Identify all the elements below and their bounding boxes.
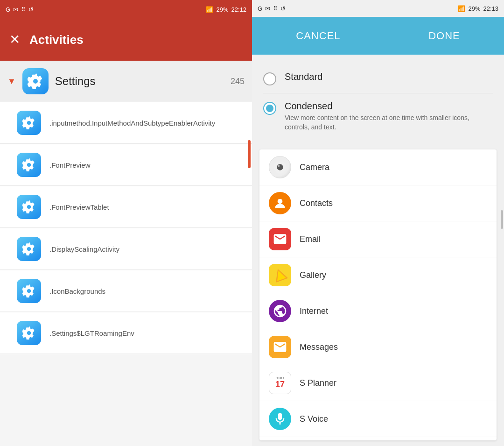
activities-list: .inputmethod.InputMethodAndSubtypeEnable… bbox=[0, 102, 252, 446]
chevron-down-icon: ▼ bbox=[7, 77, 16, 86]
activity-icon-0 bbox=[17, 111, 41, 135]
mail-icon-right: ✉ bbox=[265, 5, 270, 12]
mail-icon: ✉ bbox=[13, 6, 18, 13]
activity-icon-3 bbox=[17, 237, 41, 261]
list-item[interactable]: Messages bbox=[259, 329, 497, 365]
g-icon-right: G bbox=[258, 5, 262, 12]
activity-name-3: .DisplayScalingActivity bbox=[49, 245, 119, 253]
activity-icon-2 bbox=[17, 195, 41, 219]
dots-icon-right: ⠿ bbox=[273, 5, 278, 12]
g-icon: G bbox=[6, 6, 10, 13]
activity-icon-1 bbox=[17, 153, 41, 177]
refresh-icon-right: ↺ bbox=[280, 5, 286, 12]
gallery-icon bbox=[269, 264, 291, 286]
settings-icon-large bbox=[22, 68, 49, 94]
app-name-messages: Messages bbox=[300, 342, 338, 352]
status-bar-left: G ✉ ⠿ ↺ 📶 29% 22:12 bbox=[0, 0, 252, 19]
close-button[interactable]: ✕ bbox=[9, 33, 20, 46]
svoice-icon bbox=[269, 408, 291, 430]
battery-right: 29% bbox=[468, 5, 480, 12]
wifi-icon-right: 📶 bbox=[458, 5, 465, 12]
activity-name-1: .FontPreview bbox=[49, 161, 91, 169]
messages-icon bbox=[269, 336, 291, 358]
splanner-icon: THU 17 bbox=[269, 372, 291, 394]
action-bar: CANCEL DONE bbox=[252, 17, 504, 55]
activity-name-0: .inputmethod.InputMethodAndSubtypeEnable… bbox=[49, 119, 215, 127]
list-item[interactable]: .FontPreviewTablet bbox=[0, 186, 252, 228]
app-name-internet: Internet bbox=[300, 306, 328, 316]
list-item[interactable]: S Voice bbox=[259, 401, 497, 437]
activity-name-4: .IconBackgrounds bbox=[49, 287, 105, 295]
contacts-icon bbox=[269, 192, 291, 214]
done-button[interactable]: DONE bbox=[414, 25, 474, 47]
condensed-desc: View more content on the screen at one t… bbox=[285, 113, 493, 132]
app-name-contacts: Contacts bbox=[300, 198, 333, 208]
list-item[interactable]: Contacts bbox=[259, 185, 497, 221]
cancel-button[interactable]: CANCEL bbox=[282, 25, 354, 47]
camera-icon bbox=[269, 156, 291, 178]
activity-name-2: .FontPreviewTablet bbox=[49, 203, 109, 211]
list-item[interactable]: Internet bbox=[259, 293, 497, 329]
refresh-icon: ↺ bbox=[28, 6, 34, 13]
app-name-camera: Camera bbox=[300, 163, 329, 172]
radio-inner bbox=[266, 105, 273, 112]
list-item[interactable]: Email bbox=[259, 221, 497, 257]
right-panel: G ✉ ⠿ ↺ 📶 29% 22:13 CANCEL DONE Standard bbox=[252, 0, 504, 446]
battery-left: 29% bbox=[216, 6, 228, 13]
status-icons-right: G ✉ ⠿ ↺ bbox=[258, 5, 286, 12]
list-item[interactable]: .DisplayScalingActivity bbox=[0, 228, 252, 270]
list-item[interactable]: .Settings$LGTRoamingEnv bbox=[0, 312, 252, 354]
list-item[interactable]: Gallery bbox=[259, 257, 497, 293]
list-item[interactable]: .inputmethod.InputMethodAndSubtypeEnable… bbox=[0, 102, 252, 144]
app-name-gallery: Gallery bbox=[300, 270, 326, 280]
left-panel: G ✉ ⠿ ↺ 📶 29% 22:12 ✕ Activities ▼ Setti… bbox=[0, 0, 252, 446]
toolbar-left: ✕ Activities bbox=[0, 19, 252, 61]
activity-icon-4 bbox=[17, 279, 41, 303]
list-item[interactable]: .IconBackgrounds bbox=[0, 270, 252, 312]
status-icons-left: G ✉ ⠿ ↺ bbox=[6, 6, 34, 13]
activity-name-5: .Settings$LGTRoamingEnv bbox=[49, 329, 134, 337]
standard-text-block: Standard bbox=[285, 71, 322, 82]
settings-header[interactable]: ▼ Settings 245 bbox=[0, 61, 252, 102]
list-item[interactable]: .FontPreview bbox=[0, 144, 252, 186]
settings-label: Settings bbox=[55, 75, 224, 88]
list-item[interactable]: Weather bbox=[259, 437, 497, 440]
scrollbar-right[interactable] bbox=[501, 210, 503, 229]
svg-point-3 bbox=[278, 165, 280, 167]
condensed-radio[interactable] bbox=[263, 102, 276, 115]
standard-radio[interactable] bbox=[263, 72, 276, 85]
dots-icon: ⠿ bbox=[21, 6, 26, 13]
list-item[interactable]: THU 17 S Planner bbox=[259, 365, 497, 401]
scroll-indicator bbox=[248, 140, 251, 168]
status-bar-right: G ✉ ⠿ ↺ 📶 29% 22:13 bbox=[252, 0, 504, 17]
internet-icon bbox=[269, 300, 291, 322]
app-list-card: Camera Contacts Email bbox=[259, 149, 497, 440]
activity-icon-5 bbox=[17, 321, 41, 345]
toolbar-title: Activities bbox=[29, 33, 243, 47]
settings-count: 245 bbox=[231, 77, 245, 86]
time-right: 22:13 bbox=[483, 5, 498, 12]
condensed-title: Condensed bbox=[285, 101, 493, 112]
status-right-left: 📶 29% 22:12 bbox=[206, 6, 246, 13]
wifi-icon: 📶 bbox=[206, 6, 213, 13]
svg-point-4 bbox=[278, 199, 283, 204]
status-right-right: 📶 29% 22:13 bbox=[458, 5, 498, 12]
app-name-svoice: S Voice bbox=[300, 414, 328, 424]
email-icon bbox=[269, 228, 291, 250]
standard-title: Standard bbox=[285, 71, 322, 82]
density-options: Standard Condensed View more content on … bbox=[252, 55, 504, 144]
standard-option[interactable]: Standard bbox=[263, 64, 493, 93]
condensed-text-block: Condensed View more content on the scree… bbox=[285, 101, 493, 132]
app-name-splanner: S Planner bbox=[300, 378, 336, 388]
list-item[interactable]: Camera bbox=[259, 149, 497, 185]
condensed-option[interactable]: Condensed View more content on the scree… bbox=[263, 93, 493, 139]
app-name-email: Email bbox=[300, 234, 321, 244]
time-left: 22:12 bbox=[231, 6, 246, 13]
